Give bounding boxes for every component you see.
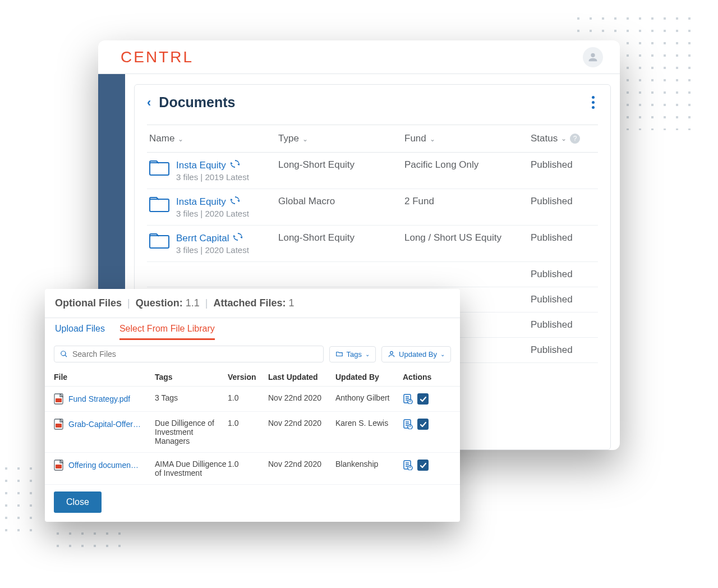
folder-icon (149, 196, 169, 213)
brand-logo: CENTRL (121, 48, 194, 66)
documents-table-header: Name⌄ Type⌄ Fund⌄ Status⌄? (147, 125, 598, 153)
cell-type: Long-Short Equity (278, 232, 404, 244)
cell-tags: 3 Tags (155, 393, 228, 402)
cell-type: Global Macro (278, 196, 404, 207)
file-table-header: File Tags Version Last Updated Updated B… (45, 368, 460, 387)
cell-last-updated: Nov 22nd 2020 (268, 460, 335, 468)
decorative-dots-bottom-left-2 (52, 527, 127, 553)
user-icon (388, 350, 395, 358)
decorative-dots-bottom-left-1 (0, 462, 39, 538)
filter-updated-by-button[interactable]: Updated By⌄ (381, 346, 451, 362)
table-row: Published (147, 262, 598, 287)
cell-version: 1.0 (228, 419, 268, 428)
cell-status: Published (531, 344, 596, 356)
file-row: Offering documen… AIMA Due Dilligence of… (45, 453, 460, 485)
question-value: 1.1 (186, 297, 200, 309)
cell-updated-by: Anthony Gilbert (335, 393, 403, 402)
close-button[interactable]: Close (54, 491, 102, 513)
user-icon (587, 51, 599, 63)
cell-last-updated: Nov 22nd 2020 (268, 419, 335, 428)
chevron-down-icon: ⌄ (302, 135, 308, 143)
folder-icon (149, 232, 169, 249)
mcol-actions: Actions (403, 373, 451, 382)
col-header-fund[interactable]: Fund⌄ (404, 133, 531, 144)
file-row: Grab-Capital-Offer… Due Dilligence of In… (45, 412, 460, 453)
pdf-icon (54, 419, 64, 430)
file-link[interactable]: Fund Strategy.pdf (68, 394, 130, 403)
cell-fund: 2 Fund (404, 196, 531, 207)
file-link[interactable]: Grab-Capital-Offer… (68, 420, 141, 429)
table-row: Berrt Capital 3 files | 2020 Latest Long… (147, 226, 598, 262)
cell-updated-by: Karen S. Lewis (335, 419, 403, 428)
cell-last-updated: Nov 22nd 2020 (268, 393, 335, 402)
view-document-icon[interactable] (403, 460, 413, 470)
folder-link[interactable]: Insta Equity (176, 159, 249, 171)
search-input-wrapper[interactable] (54, 346, 324, 362)
folder-meta: 3 files | 2019 Latest (176, 172, 249, 182)
folder-icon (335, 350, 343, 358)
mcol-last-updated: Last Updated (268, 373, 335, 382)
table-row: Insta Equity 3 files | 2019 Latest Long-… (147, 153, 598, 189)
col-header-name[interactable]: Name⌄ (149, 133, 278, 144)
mcol-updated-by: Updated By (335, 373, 403, 382)
question-label: Question: (136, 297, 183, 309)
col-header-type[interactable]: Type⌄ (278, 133, 404, 144)
mcol-file: File (54, 373, 155, 382)
cell-status: Published (531, 294, 596, 305)
avatar[interactable] (583, 47, 603, 67)
pdf-icon (54, 460, 64, 471)
cell-updated-by: Blankenship (335, 460, 403, 468)
attached-files-value: 1 (288, 297, 294, 309)
folder-icon (149, 159, 169, 176)
top-bar: CENTRL (98, 40, 620, 74)
mcol-version: Version (228, 373, 268, 382)
cell-status: Published (531, 269, 596, 280)
view-document-icon[interactable] (403, 394, 413, 404)
help-icon[interactable]: ? (570, 134, 580, 144)
svg-point-0 (390, 351, 393, 354)
cell-status: Published (531, 196, 596, 207)
sync-icon (231, 196, 240, 208)
cell-status: Published (531, 232, 596, 244)
sync-icon (233, 232, 242, 244)
more-menu-button[interactable] (588, 93, 598, 112)
modal-header: Optional Files | Question: 1.1 | Attache… (45, 289, 460, 318)
col-header-status[interactable]: Status⌄? (531, 133, 596, 144)
cell-version: 1.0 (228, 393, 268, 402)
tab-select-from-library[interactable]: Select From File Library (119, 324, 215, 340)
sync-icon (231, 159, 240, 171)
cell-tags: Due Dilligence of Investment Managers (155, 419, 228, 445)
search-icon (60, 350, 68, 358)
pdf-icon (54, 393, 64, 405)
folder-meta: 3 files | 2020 Latest (176, 209, 249, 218)
back-chevron-icon[interactable]: ‹ (147, 95, 151, 110)
cell-status: Published (531, 159, 596, 171)
cell-tags: AIMA Due Dilligence of Investment (155, 460, 228, 477)
file-row: Fund Strategy.pdf 3 Tags 1.0 Nov 22nd 20… (45, 387, 460, 412)
attached-files-label: Attached Files: (213, 297, 286, 309)
cell-type: Long-Short Equity (278, 159, 404, 171)
cell-version: 1.0 (228, 460, 268, 468)
folder-meta: 3 files | 2020 Latest (176, 245, 249, 255)
filter-tags-button[interactable]: Tags⌄ (329, 346, 376, 362)
file-library-modal: Optional Files | Question: 1.1 | Attache… (45, 289, 460, 522)
select-file-checkbox[interactable] (417, 460, 429, 471)
page-title: Documents (159, 94, 235, 111)
chevron-down-icon: ⌄ (561, 135, 567, 143)
select-file-checkbox[interactable] (417, 419, 429, 430)
view-document-icon[interactable] (403, 419, 413, 429)
select-file-checkbox[interactable] (417, 393, 429, 405)
cell-status: Published (531, 319, 596, 330)
chevron-down-icon: ⌄ (430, 135, 435, 143)
folder-link[interactable]: Insta Equity (176, 196, 249, 208)
cell-fund: Pacific Long Only (404, 159, 531, 171)
tab-upload-files[interactable]: Upload Files (55, 324, 105, 340)
mcol-tags: Tags (155, 373, 228, 382)
table-row: Insta Equity 3 files | 2020 Latest Globa… (147, 189, 598, 226)
file-link[interactable]: Offering documen… (68, 461, 139, 470)
search-input[interactable] (72, 350, 317, 359)
folder-link[interactable]: Berrt Capital (176, 232, 249, 244)
modal-tabs: Upload Files Select From File Library (45, 318, 460, 340)
optional-files-label: Optional Files (55, 297, 122, 309)
cell-fund: Long / Short US Equity (404, 232, 531, 244)
